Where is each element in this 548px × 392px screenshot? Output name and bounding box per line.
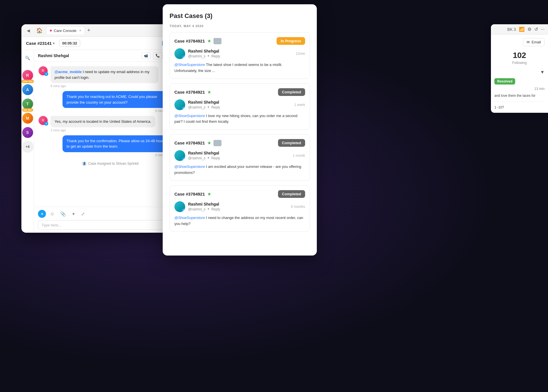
filter-icon: ▼ xyxy=(540,70,545,75)
status-badge: In Progress xyxy=(277,37,305,45)
emoji-btn[interactable]: ☺ xyxy=(48,211,56,217)
case-thumbnail xyxy=(213,38,221,44)
message-bubble: Yes, my account is located in the United… xyxy=(51,116,155,127)
mention: @ShoeSuperstore xyxy=(174,114,205,118)
case-number[interactable]: Case #23141 ▾ xyxy=(26,41,55,46)
case-time: 1 week xyxy=(294,103,305,107)
avatar-face: T xyxy=(22,98,33,109)
avatar-item[interactable]: A xyxy=(22,84,34,96)
following-label: Following xyxy=(512,61,527,65)
twitter-compose-icon: ✦ xyxy=(38,210,46,218)
system-icon: 👤 xyxy=(82,161,86,166)
status-badge: Completed xyxy=(278,88,305,96)
filter-button[interactable]: ▼ xyxy=(494,70,545,75)
resolved-badge: Resolved xyxy=(494,78,515,85)
call-btn[interactable]: 📞 xyxy=(153,52,162,59)
case-user-row: ✦ Rashmi Shehgal @rashmi_s • Reply 6 mon… xyxy=(174,201,305,212)
message-time: 5 mins ago xyxy=(63,109,170,112)
message-bubble: Thank you for the confirmation. Please a… xyxy=(63,135,170,152)
mention: @ShoeSuperstore xyxy=(174,216,205,220)
user-name: Rashmi Shehgal xyxy=(188,49,293,53)
refresh-icon[interactable]: ↺ xyxy=(534,27,538,32)
case-body: @ShoeSuperstore I need to change the add… xyxy=(174,215,305,227)
input-field[interactable]: Type here... xyxy=(42,223,166,227)
avatar-face: R xyxy=(22,70,33,81)
search-icon[interactable]: 🔍 xyxy=(23,53,32,63)
status-badge: Completed xyxy=(278,190,305,198)
avatar-timer: 5m 32s xyxy=(22,108,33,112)
twitter-badge: ✦ xyxy=(182,208,185,212)
case-id: Case #3784921 xyxy=(174,140,205,145)
avatar-item[interactable]: T 5m 32s xyxy=(22,98,34,110)
avatar-item[interactable]: S xyxy=(22,126,34,138)
message-row: R ✦ Yes, my account is located in the Un… xyxy=(39,116,182,132)
rp-time: 13 min xyxy=(494,87,545,91)
following-section: 102 Following xyxy=(494,51,545,65)
case-id: Case #3784921 xyxy=(174,90,205,95)
settings-icon[interactable]: ⚙ xyxy=(527,27,531,32)
twitter-icon: ✦ xyxy=(44,72,48,76)
tab-close-icon[interactable]: × xyxy=(79,29,81,33)
case-card-1: Case #3784921 ★ In Progress ✦ Rashmi She… xyxy=(170,32,310,79)
case-body: @ShoeSuperstore I love my new hiking sho… xyxy=(174,113,305,125)
case-number-text: Case #23141 xyxy=(26,41,52,46)
case-user-row: ✦ Rashmi Shehgal @rashmi_s • Reply 12min xyxy=(174,48,305,59)
attachment-toolbar-btn[interactable]: 📎 xyxy=(59,211,68,217)
wifi-label: BK 3 xyxy=(507,27,516,32)
avatar-timer: 10m 32s xyxy=(21,80,34,83)
twitter-icon: ✦ xyxy=(44,122,48,126)
user-info: Rashmi Shehgal @rashmi_s • Reply xyxy=(188,49,293,59)
case-id: Case #3784921 xyxy=(174,192,205,196)
case-id-row: Case #3784921 ★ xyxy=(174,89,211,95)
reply-link[interactable]: Reply xyxy=(211,105,220,109)
case-chevron-icon: ▾ xyxy=(53,41,55,45)
more-avatars-badge[interactable]: +4 xyxy=(22,141,34,153)
message-time: 2 mins ago xyxy=(63,153,170,157)
status-badge: Completed xyxy=(278,139,305,147)
tab-add-icon[interactable]: + xyxy=(87,27,90,33)
input-toolbar: ✦ ☺ 📎 ✦ ⤢ xyxy=(38,210,183,218)
right-panel-topbar: BK 3 📶 ⚙ ↺ ··· xyxy=(491,24,548,35)
following-count: 102 xyxy=(494,51,545,60)
tab-care-console[interactable]: ♥ Care Console × xyxy=(46,26,85,35)
mention: @ShoeSuperstore xyxy=(174,63,205,67)
avatar-item[interactable]: M xyxy=(22,112,34,124)
home-icon[interactable]: 🏠 xyxy=(34,25,45,36)
customer-avatar: R ✦ xyxy=(39,116,48,125)
past-cases-panel: Past Cases (3) TODAY, MAY 4 2020 Case #3… xyxy=(163,4,317,256)
reply-link[interactable]: Reply xyxy=(211,54,220,58)
input-row: Type here... 📎 ▦ xyxy=(38,220,183,230)
case-body: @ShoeSuperstore The latest shoe I ordere… xyxy=(174,62,305,74)
case-id-row: Case #3784921 ★ xyxy=(174,38,221,44)
case-body: @ShoeSuperstore I am excited about your … xyxy=(174,164,305,176)
chat-sidebar: 🔍 R 10m 32s A T xyxy=(21,50,34,233)
twitter-badge: ✦ xyxy=(182,106,185,110)
case-time: 12min xyxy=(296,52,305,56)
resolved-section: Resolved xyxy=(494,78,545,87)
more-options-icon[interactable]: ··· xyxy=(541,27,545,32)
case-card-header: Case #3784921 ★ In Progress xyxy=(174,37,305,45)
avatar-item[interactable]: R 10m 32s xyxy=(22,69,34,81)
avatar-list: R 10m 32s A T 5m 32s xyxy=(22,69,34,153)
reply-link[interactable]: Reply xyxy=(211,156,220,160)
email-button[interactable]: ✉ Email xyxy=(523,38,545,46)
panel-title: Past Cases (3) xyxy=(170,12,310,20)
expand-btn[interactable]: ⤢ xyxy=(79,211,86,217)
message-time: 6 mins ago xyxy=(51,84,158,88)
rp-question: 1 -10? xyxy=(494,105,545,109)
avatar-initial: R xyxy=(42,69,45,73)
back-icon[interactable]: ◀ xyxy=(24,26,33,35)
user-avatar: ✦ xyxy=(174,201,185,212)
star-icon: ★ xyxy=(207,191,211,197)
format-btn[interactable]: ✦ xyxy=(70,211,77,217)
reply-link[interactable]: Reply xyxy=(211,207,220,211)
case-id-row: Case #3784921 ★ xyxy=(174,140,221,146)
video-btn[interactable]: 📹 xyxy=(141,52,151,59)
twitter-badge: ✦ xyxy=(182,55,185,59)
heart-icon: ♥ xyxy=(50,28,52,33)
case-user-row: ✦ Rashmi Shehgal @rashmi_s • Reply 1 wee… xyxy=(174,99,305,110)
user-handle: @rashmi_s xyxy=(188,156,206,160)
case-card-3: Case #3784921 ★ Completed ✦ Rashmi Shehg… xyxy=(170,134,310,181)
contact-name: Rashmi Shehgal xyxy=(38,53,69,58)
case-card-2: Case #3784921 ★ Completed ✦ Rashmi Shehg… xyxy=(170,83,310,130)
